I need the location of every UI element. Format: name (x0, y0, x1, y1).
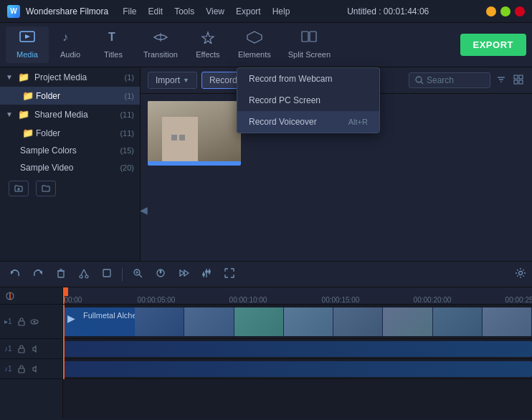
tool-elements[interactable]: Elements (229, 27, 280, 63)
sidebar-folder-item[interactable]: 📁 Folder (1) (0, 87, 140, 105)
import-arrow-icon: ▼ (183, 77, 189, 84)
svg-rect-46 (19, 321, 24, 325)
audio2-lock-icon[interactable] (16, 364, 27, 374)
sidebar-sample-colors[interactable]: Sample Colors (15) (0, 142, 140, 159)
new-folder-button[interactable] (36, 181, 56, 196)
timeline-left-ruler (0, 287, 62, 305)
audio-clip-1[interactable] (63, 341, 532, 357)
import-button[interactable]: Import ▼ (148, 72, 197, 89)
clip-thumb-1 (135, 307, 184, 336)
track-label-audio-2: ♪1 (0, 359, 62, 379)
export-button[interactable]: EXPORT (460, 34, 526, 56)
clip-play-icon: ▶ (67, 312, 75, 324)
sidebar-section-shared-media[interactable]: ▼ 📁 Shared Media (11) (0, 105, 140, 124)
lock-icon[interactable] (16, 317, 27, 327)
undo-button[interactable] (6, 265, 24, 284)
clip-thumb-3 (234, 307, 284, 336)
tool-transition[interactable]: Transition (135, 27, 186, 63)
add-folder-button[interactable] (9, 181, 29, 196)
menu-file[interactable]: File (123, 6, 136, 16)
menu-help[interactable]: Help (272, 6, 290, 16)
import-label: Import (156, 75, 180, 85)
thumb-window2 (179, 135, 185, 140)
dropdown-voiceover-shortcut: Alt+R (348, 118, 368, 126)
cut-button[interactable] (75, 265, 93, 284)
audio-icon: ♪ (62, 31, 78, 47)
svg-marker-35 (180, 270, 184, 276)
svg-rect-50 (19, 368, 24, 373)
titles-icon: T (105, 31, 121, 47)
menu-view[interactable]: View (206, 6, 224, 16)
ruler-mark-0: 00:00:00:00 (63, 296, 82, 304)
minimize-button[interactable] (486, 6, 496, 16)
section-arrow-project: ▼ (6, 73, 13, 81)
menu-tools[interactable]: Tools (174, 6, 194, 16)
tool-audio[interactable]: ♪ Audio (49, 27, 92, 63)
folder-count: (1) (125, 92, 134, 100)
svg-marker-5 (202, 32, 214, 44)
audio-track-1[interactable] (63, 339, 532, 359)
adjust-button[interactable] (197, 265, 216, 284)
tool-elements-label: Elements (238, 50, 271, 59)
track-num-a2: ♪1 (4, 365, 12, 373)
svg-rect-19 (519, 80, 523, 84)
dropdown-screen-label: Record PC Screen (249, 95, 320, 105)
maximize-button[interactable] (500, 6, 510, 16)
clip-thumb-7 (433, 307, 483, 336)
redo-button[interactable] (29, 265, 47, 284)
media-thumbnail[interactable] (148, 101, 241, 166)
audio2-volume-icon[interactable] (29, 364, 39, 374)
clip-thumb-2 (184, 307, 234, 336)
tool-splitscreen[interactable]: Split Screen (280, 27, 339, 63)
tool-media-label: Media (16, 50, 38, 59)
snap-icon[interactable] (4, 290, 16, 302)
video-track-1[interactable]: ▶ Fullmetal Alchemist (63, 305, 532, 339)
audio-clip-2[interactable] (63, 361, 532, 377)
sample-colors-count: (15) (120, 146, 134, 155)
svg-marker-1 (25, 34, 30, 39)
audio-lock-icon[interactable] (16, 344, 27, 354)
full-screen-button[interactable] (220, 265, 239, 284)
svg-rect-29 (103, 269, 110, 277)
filter-icon[interactable] (495, 73, 508, 88)
dropdown-webcam[interactable]: Record from Webcam (237, 68, 379, 90)
sidebar-sample-video[interactable]: Sample Video (20) (0, 159, 140, 176)
svg-rect-49 (19, 348, 24, 353)
dropdown-screen[interactable]: Record PC Screen (237, 90, 379, 111)
sidebar-section-project-media[interactable]: ▼ 📁 Project Media (1) (0, 67, 140, 87)
menu-export[interactable]: Export (236, 6, 261, 16)
app-name: Wondershare Filmora (26, 6, 108, 16)
close-button[interactable] (515, 6, 525, 16)
playhead (63, 305, 65, 379)
sample-video-label: Sample Video (20, 163, 120, 173)
delete-button[interactable] (52, 265, 70, 284)
title-bar-menu: File Edit Tools View Export Help (123, 6, 290, 16)
title-bar: W Wondershare Filmora File Edit Tools Vi… (0, 0, 532, 23)
tool-effects[interactable]: Effects (186, 27, 229, 63)
crop-button[interactable] (98, 265, 116, 284)
audio-track-2[interactable] (63, 359, 532, 379)
ruler-mark-20: 00:00:20:00 (414, 296, 452, 304)
video-clip-1[interactable]: ▶ Fullmetal Alchemist (63, 307, 532, 336)
dropdown-voiceover-label: Record Voiceover (249, 117, 317, 127)
zoom-in-button[interactable] (128, 265, 147, 284)
svg-text:♪: ♪ (62, 31, 68, 43)
tool-media[interactable]: Media (6, 27, 49, 63)
search-box (409, 72, 490, 88)
color-button[interactable] (151, 265, 170, 284)
grid-icon[interactable] (512, 73, 525, 88)
collapse-arrow[interactable]: ◀ (140, 204, 148, 216)
svg-line-12 (421, 82, 423, 84)
sidebar-shared-folder[interactable]: 📁 Folder (11) (0, 124, 140, 142)
speed-button[interactable] (174, 265, 193, 284)
sample-video-count: (20) (120, 163, 134, 172)
dropdown-voiceover[interactable]: Record Voiceover Alt+R (237, 111, 379, 133)
menu-edit[interactable]: Edit (148, 6, 163, 16)
tool-titles[interactable]: T Titles (92, 27, 135, 63)
eye-icon[interactable] (29, 317, 39, 327)
clip-thumb-6 (383, 307, 432, 336)
search-input[interactable] (427, 75, 484, 85)
timeline-settings-button[interactable] (515, 267, 526, 282)
shared-folder-label: Folder (36, 128, 120, 138)
audio-volume-icon[interactable] (29, 344, 39, 354)
